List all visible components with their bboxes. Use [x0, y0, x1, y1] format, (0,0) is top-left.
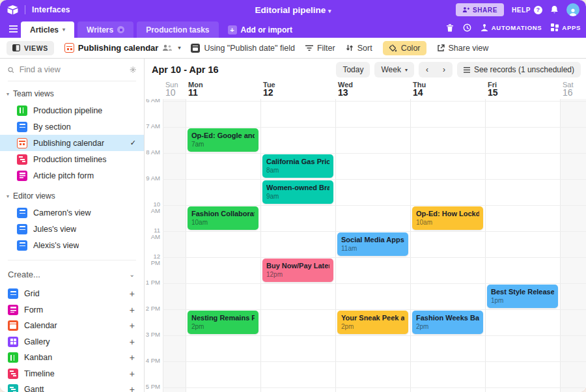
plus-icon[interactable]: + [130, 352, 135, 363]
view-label: Article pitch form [33, 171, 94, 180]
plus-icon[interactable]: + [130, 337, 135, 347]
chevron-down-icon: ▾ [405, 67, 408, 73]
form-icon [8, 305, 18, 315]
create-gallery-button[interactable]: Gallery + [0, 334, 144, 350]
hour-label: 2 PM [145, 305, 160, 312]
history-icon[interactable] [463, 23, 471, 32]
plus-icon[interactable]: + [130, 288, 135, 299]
create-timeline-button[interactable]: Timeline + [0, 366, 144, 382]
team-views-header[interactable]: ▾ Team views [0, 81, 144, 102]
plus-icon[interactable]: + [130, 384, 135, 392]
timeline-icon [8, 369, 18, 379]
views-toggle-button[interactable]: VIEWS [7, 41, 54, 55]
trash-icon[interactable] [446, 23, 454, 32]
calendar-event[interactable]: Nesting Remains Pr...2pm [188, 311, 258, 334]
next-week-button[interactable]: › [436, 62, 453, 77]
sidebar-item-juless-view[interactable]: Jules's view [0, 221, 144, 237]
day-header-fri: Fri15 [485, 81, 560, 96]
airtable-logo-icon[interactable] [7, 5, 20, 15]
hour-label: 3 PM [145, 331, 160, 338]
today-button[interactable]: Today [336, 62, 370, 77]
chevron-down-icon: ▾ [7, 193, 9, 199]
using-field-button[interactable]: Using "Publish date" field [191, 44, 295, 53]
sort-button[interactable]: Sort [346, 44, 372, 53]
create-grid-button[interactable]: Grid + [0, 286, 144, 302]
automations-icon [481, 23, 488, 31]
sidebar-item-production-pipeline[interactable]: Production pipeline [0, 102, 144, 119]
gear-icon[interactable] [130, 65, 136, 74]
grid-icon [17, 240, 27, 251]
sidebar-item-publishing-calendar[interactable]: Publishing calendar ✓ [0, 135, 144, 151]
view-label: Alexis's view [33, 241, 79, 250]
see-records-button[interactable]: See records (1 unscheduled) [457, 62, 581, 77]
create-kanban-button[interactable]: Kanban + [0, 350, 144, 366]
avatar[interactable] [566, 3, 579, 16]
view-label: Cameron's view [33, 208, 91, 217]
share-view-button[interactable]: Share view [437, 44, 489, 53]
top-bar: Interfaces Editorial pipeline ▾ SHARE HE… [0, 0, 586, 20]
create-form-button[interactable]: Form + [0, 302, 144, 318]
calendar-icon [17, 138, 27, 148]
hour-label: 1 PM [145, 279, 160, 286]
plus-icon[interactable]: + [130, 369, 135, 379]
lock-icon [117, 26, 124, 33]
hour-label: 10 AM [145, 201, 160, 214]
hour-label: 5 PM [145, 384, 160, 390]
chevron-down-icon: ▾ [328, 8, 331, 14]
calendar-event[interactable]: Buy Now/Pay Later ...12pm [262, 259, 333, 282]
apps-button[interactable]: APPS [551, 23, 581, 31]
filter-icon [305, 45, 313, 51]
view-label: Production pipeline [33, 106, 102, 115]
sidebar-item-alexiss-view[interactable]: Alexis's view [0, 237, 144, 253]
help-button[interactable]: HELP ? [512, 6, 542, 14]
plus-icon[interactable]: + [130, 305, 135, 315]
sidebar-item-by-section[interactable]: By section [0, 119, 144, 135]
tab-production-tasks[interactable]: Production tasks [137, 21, 218, 38]
share-view-icon [437, 44, 445, 52]
menu-icon[interactable] [5, 21, 21, 36]
calendar-event[interactable]: Social Media Apps ...11am [337, 232, 408, 256]
tab-articles[interactable]: Articles ▾ [21, 21, 74, 38]
filter-button[interactable]: Filter [305, 44, 335, 53]
find-view-input[interactable] [20, 65, 124, 74]
tab-writers[interactable]: Writers [77, 21, 133, 38]
editor-views-header[interactable]: ▾ Editor views [0, 184, 144, 204]
interfaces-label[interactable]: Interfaces [32, 5, 70, 14]
calendar-grid[interactable]: 6 AM 7 AM 8 AM 9 AM 10 AM 11 AM 12 PM 1 … [145, 99, 586, 392]
create-calendar-button[interactable]: Calendar + [0, 318, 144, 334]
calendar-event[interactable]: Best Style Release...1pm [487, 285, 558, 308]
add-or-import-button[interactable]: + Add or import [228, 21, 292, 38]
calendar-event[interactable]: Op-Ed: Google and...7am [188, 128, 258, 152]
create-gantt-button[interactable]: Gantt + [0, 382, 144, 392]
sort-icon [346, 44, 354, 51]
week-nav: ‹ › [419, 62, 453, 77]
sidebar-item-article-pitch-form[interactable]: Article pitch form [0, 167, 144, 184]
calendar-icon [191, 44, 200, 53]
kanban-icon [17, 105, 27, 116]
calendar-event[interactable]: Fashion Weeks Bal...2pm [412, 311, 483, 334]
calendar-event[interactable]: Women-owned Bra...9am [262, 180, 333, 204]
form-icon [17, 171, 27, 181]
grid-icon [8, 288, 18, 299]
views-sidebar: ▾ Team views Production pipeline By sect… [0, 59, 145, 392]
day-header-sun: Sun10 [163, 81, 186, 96]
calendar-event[interactable]: Your Sneak Peek at...2pm [337, 311, 408, 334]
calendar-event[interactable]: California Gas Pric...8am [262, 154, 333, 178]
calendar-event[interactable]: Op-Ed: How Lockd...10am [412, 206, 483, 230]
apps-icon [551, 23, 559, 31]
calendar-event[interactable]: Fashion Collaborati...10am [188, 206, 258, 230]
share-button[interactable]: SHARE [456, 3, 504, 16]
color-button[interactable]: Color [383, 41, 426, 55]
automations-button[interactable]: AUTOMATIONS [481, 23, 542, 31]
grid-icon [17, 208, 27, 218]
plus-icon[interactable]: + [130, 320, 135, 331]
previous-week-button[interactable]: ‹ [419, 62, 436, 77]
chevron-down-icon: ▾ [7, 91, 9, 97]
sidebar-item-production-timelines[interactable]: Production timelines [0, 151, 144, 167]
day-header-row: Sun10 Mon11 Tue12 Wed13 Thu14 Fri15 Sat1… [145, 81, 586, 99]
week-selector[interactable]: Week▾ [374, 62, 413, 77]
bell-icon[interactable] [550, 5, 559, 14]
create-view-header[interactable]: Create... ⌄ [0, 260, 144, 286]
sidebar-item-camerons-view[interactable]: Cameron's view [0, 204, 144, 221]
current-view-name[interactable]: Publishing calendar ▾ [64, 43, 181, 53]
